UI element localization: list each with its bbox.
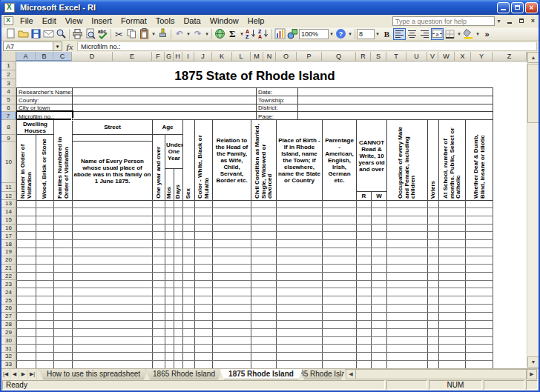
bold-button[interactable]: B xyxy=(381,28,393,40)
scroll-down-icon[interactable]: ▼ xyxy=(527,356,539,368)
column-header-S[interactable]: S xyxy=(371,52,386,62)
question-help-dropdown-icon[interactable]: ▾ xyxy=(495,16,503,26)
column-header-V[interactable]: V xyxy=(427,52,438,62)
paste-icon[interactable] xyxy=(138,28,151,40)
header-cell-one_year[interactable]: One year and over xyxy=(152,134,165,201)
column-header-C[interactable]: C xyxy=(53,52,72,62)
row-header-25[interactable]: 25 xyxy=(1,296,16,305)
print-preview-icon[interactable] xyxy=(84,28,96,40)
info-input-cell[interactable] xyxy=(73,96,256,104)
column-header-R[interactable]: R xyxy=(356,52,371,62)
sort-ascending-icon[interactable]: AZ xyxy=(245,28,257,40)
info-input-cell[interactable] xyxy=(73,88,256,96)
drawing-icon[interactable] xyxy=(286,28,299,40)
header-cell-r[interactable]: R xyxy=(356,191,372,201)
header-cell-w[interactable]: W xyxy=(371,191,387,201)
grid-canvas[interactable]: 1875 State of Rhode Island Researcher's … xyxy=(16,62,527,368)
menu-insert[interactable]: Insert xyxy=(87,16,116,27)
row-header-5[interactable]: 5 xyxy=(1,96,16,104)
help-dropdown-icon[interactable]: ▾ xyxy=(347,28,353,40)
fill-color-dropdown-icon[interactable]: ▾ xyxy=(475,28,481,40)
copy-icon[interactable] xyxy=(125,28,138,40)
header-cell-relation[interactable]: Relation to the Head of the Family, as W… xyxy=(212,119,251,201)
prev-sheet-icon[interactable]: ◀ xyxy=(10,369,19,379)
sort-descending-icon[interactable]: ZA xyxy=(257,28,270,40)
menu-window[interactable]: Window xyxy=(205,16,243,27)
row-header-8[interactable]: 8 xyxy=(1,120,16,135)
row-header-16[interactable]: 16 xyxy=(1,225,16,233)
cut-icon[interactable]: ✂ xyxy=(113,28,125,40)
undo-dropdown-icon[interactable]: ▾ xyxy=(185,28,191,40)
mail-icon[interactable] xyxy=(42,28,55,40)
header-cell-dwelling[interactable]: Dwelling Houses xyxy=(16,119,54,135)
info-label[interactable]: Township: xyxy=(257,96,297,104)
column-header-H[interactable]: H xyxy=(174,52,182,62)
column-header-K[interactable]: K xyxy=(212,52,232,62)
menu-tools[interactable]: Tools xyxy=(151,16,180,27)
row-header-30[interactable]: 30 xyxy=(1,336,16,345)
row-header-7[interactable]: 7 xyxy=(1,112,16,120)
select-all-corner[interactable] xyxy=(1,52,16,62)
menu-edit[interactable]: Edit xyxy=(38,16,61,27)
column-header-B[interactable]: B xyxy=(36,52,53,62)
row-header-14[interactable]: 14 xyxy=(1,208,16,216)
sheet-tab-4[interactable]: 1885 Rhode Island xyxy=(300,369,346,379)
row-header-27[interactable]: 27 xyxy=(1,313,16,321)
hyperlink-icon[interactable] xyxy=(214,28,226,40)
info-label[interactable]: County: xyxy=(17,96,72,104)
save-icon[interactable] xyxy=(30,28,42,40)
header-cell-voters[interactable]: Voters xyxy=(427,119,439,201)
header-cell-birth[interactable]: Place of Birth - If in Rhode Island, nam… xyxy=(276,119,323,201)
print-icon[interactable] xyxy=(71,28,84,40)
chart-wizard-icon[interactable] xyxy=(274,28,286,40)
row-header-4[interactable]: 4 xyxy=(1,88,16,96)
minimize-button[interactable] xyxy=(497,2,510,13)
workbook-restore-button[interactable] xyxy=(516,16,527,26)
vertical-scroll-thumb[interactable] xyxy=(527,64,539,123)
row-header-17[interactable]: 17 xyxy=(1,232,16,240)
align-right-icon[interactable] xyxy=(418,28,431,40)
sheet-tab-2[interactable]: 1865 Rhode Island xyxy=(145,369,223,379)
name-box[interactable]: A7 xyxy=(3,41,53,51)
undo-button[interactable]: ↶ xyxy=(173,28,185,40)
column-header-D[interactable]: D xyxy=(72,52,113,62)
header-cell-civil[interactable]: Civil Condition as Married, Single, Wido… xyxy=(251,119,277,201)
column-header-G[interactable]: G xyxy=(165,52,174,62)
column-header-P[interactable]: P xyxy=(297,52,322,62)
info-label[interactable]: Date: xyxy=(257,88,297,96)
header-cell-color[interactable]: Color - White, Black or Mulatto xyxy=(194,119,213,201)
zoom-input[interactable]: 100% xyxy=(299,29,329,39)
sheet-tab-1[interactable]: How to use this spreadsheet xyxy=(39,369,148,379)
header-cell-school[interactable]: At School, number of months. Public, Sel… xyxy=(438,119,466,201)
column-header-T[interactable]: T xyxy=(386,52,406,62)
help-icon[interactable]: ? xyxy=(335,28,347,40)
borders-icon[interactable] xyxy=(444,28,456,40)
header-cell-under_one[interactable]: Under One Year xyxy=(165,134,183,169)
column-header-U[interactable]: U xyxy=(406,52,427,62)
workbook-close-button[interactable]: × xyxy=(527,16,539,26)
row-header-31[interactable]: 31 xyxy=(1,345,16,353)
header-cell-wood_brick[interactable]: Wood, Brick or Stone xyxy=(36,134,54,201)
scroll-right-icon[interactable]: ▶ xyxy=(527,369,537,379)
font-size-box-dropdown-icon[interactable]: ▾ xyxy=(375,28,381,40)
question-help-input[interactable]: Type a question for help xyxy=(392,16,495,26)
more-buttons-button[interactable]: » xyxy=(481,28,493,40)
menu-view[interactable]: View xyxy=(61,16,88,27)
row-header-21[interactable]: 21 xyxy=(1,265,16,273)
column-header-O[interactable]: O xyxy=(276,52,297,62)
insert-function-icon[interactable]: fx xyxy=(62,42,77,51)
header-cell-occupation[interactable]: Occupation of every Male and Female, inc… xyxy=(386,119,428,201)
row-header-32[interactable]: 32 xyxy=(1,353,16,361)
header-cell-name_person[interactable]: Name of Every Person whose usual place o… xyxy=(72,141,153,201)
redo-button[interactable]: ↷ xyxy=(191,28,204,40)
next-sheet-icon[interactable]: ▶ xyxy=(19,369,28,379)
column-header-N[interactable]: N xyxy=(263,52,276,62)
row-header-15[interactable]: 15 xyxy=(1,216,16,225)
column-header-Y[interactable]: Y xyxy=(471,52,493,62)
row-header-10[interactable]: 10 xyxy=(1,142,16,183)
info-label[interactable]: Researcher's Name: xyxy=(17,88,72,96)
resize-grip[interactable] xyxy=(526,380,538,390)
info-input-cell[interactable] xyxy=(298,96,493,104)
row-header-24[interactable]: 24 xyxy=(1,288,16,296)
open-icon[interactable] xyxy=(17,28,30,40)
